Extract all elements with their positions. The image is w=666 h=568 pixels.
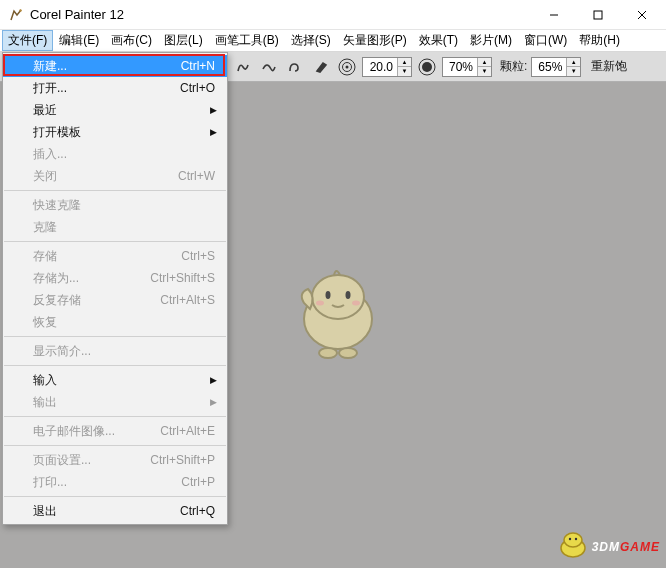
menu-separator	[4, 336, 226, 337]
file-menu-item: 电子邮件图像...Ctrl+Alt+E	[3, 420, 227, 442]
svg-point-16	[319, 348, 337, 358]
menu-5[interactable]: 选择(S)	[285, 30, 337, 51]
grain-input[interactable]: 65% ▲▼	[531, 57, 581, 77]
size-preview-icon[interactable]	[336, 56, 358, 78]
title-bar: Corel Painter 12	[0, 0, 666, 30]
watermark: 3DMGAME	[556, 528, 660, 562]
menu-0[interactable]: 文件(F)	[2, 30, 53, 51]
menu-3[interactable]: 图层(L)	[158, 30, 209, 51]
svg-point-19	[564, 533, 582, 547]
menu-separator	[4, 496, 226, 497]
menu-item-label: 打印...	[33, 474, 181, 491]
menu-1[interactable]: 编辑(E)	[53, 30, 105, 51]
menu-item-label: 插入...	[33, 146, 215, 163]
menu-item-label: 存储	[33, 248, 181, 265]
file-menu-item: 恢复	[3, 311, 227, 333]
menu-item-label: 打开...	[33, 80, 180, 97]
menu-item-label: 恢复	[33, 314, 215, 331]
watermark-mascot-icon	[556, 530, 590, 560]
resat-label[interactable]: 重新饱	[585, 56, 633, 77]
submenu-arrow-icon: ▶	[210, 105, 217, 115]
file-menu-item[interactable]: 最近▶	[3, 99, 227, 121]
menu-item-label: 反复存储	[33, 292, 160, 309]
app-logo-icon	[8, 7, 24, 23]
brush-paint-icon[interactable]	[310, 56, 332, 78]
file-menu-item: 存储Ctrl+S	[3, 245, 227, 267]
file-menu-item[interactable]: 新建...Ctrl+N	[3, 55, 227, 77]
menu-item-shortcut: Ctrl+N	[181, 59, 215, 73]
menu-item-shortcut: Ctrl+Shift+S	[150, 271, 215, 285]
menu-item-shortcut: Ctrl+W	[178, 169, 215, 183]
file-menu-item: 快速克隆	[3, 194, 227, 216]
svg-point-20	[568, 538, 570, 540]
menu-item-label: 新建...	[33, 58, 181, 75]
brush-size-input[interactable]: 20.0 ▲▼	[362, 57, 412, 77]
file-menu-item: 反复存储Ctrl+Alt+S	[3, 289, 227, 311]
menu-separator	[4, 416, 226, 417]
menu-separator	[4, 445, 226, 446]
file-menu-item: 显示简介...	[3, 340, 227, 362]
menu-9[interactable]: 窗口(W)	[518, 30, 573, 51]
menu-item-label: 输入	[33, 372, 215, 389]
maximize-button[interactable]	[576, 0, 620, 30]
menu-item-shortcut: Ctrl+O	[180, 81, 215, 95]
brush-stroke-icon[interactable]	[258, 56, 280, 78]
menu-item-label: 关闭	[33, 168, 178, 185]
menu-item-shortcut: Ctrl+Alt+S	[160, 293, 215, 307]
menu-item-label: 退出	[33, 503, 180, 520]
menu-4[interactable]: 画笔工具(B)	[209, 30, 285, 51]
grain-label: 颗粒:	[496, 58, 527, 75]
brush-dab-icon[interactable]	[232, 56, 254, 78]
opacity-preview-icon[interactable]	[416, 56, 438, 78]
file-menu-item: 存储为...Ctrl+Shift+S	[3, 267, 227, 289]
menu-item-label: 克隆	[33, 219, 215, 236]
menu-2[interactable]: 画布(C)	[105, 30, 158, 51]
file-menu-item[interactable]: 打开...Ctrl+O	[3, 77, 227, 99]
file-menu-dropdown: 新建...Ctrl+N打开...Ctrl+O最近▶打开模板▶插入...关闭Ctr…	[2, 52, 228, 525]
menu-item-shortcut: Ctrl+S	[181, 249, 215, 263]
svg-point-0	[19, 9, 21, 11]
file-menu-item: 克隆	[3, 216, 227, 238]
grain-value: 65%	[532, 60, 566, 74]
menu-item-label: 快速克隆	[33, 197, 215, 214]
menu-item-label: 输出	[33, 394, 215, 411]
spin-buttons[interactable]: ▲▼	[397, 58, 411, 76]
menu-item-label: 显示简介...	[33, 343, 215, 360]
opacity-value: 70%	[443, 60, 477, 74]
menu-item-label: 页面设置...	[33, 452, 150, 469]
svg-point-13	[346, 291, 351, 299]
menu-separator	[4, 190, 226, 191]
file-menu-item[interactable]: 退出Ctrl+Q	[3, 500, 227, 522]
svg-point-9	[422, 62, 432, 72]
svg-point-14	[316, 301, 324, 306]
submenu-arrow-icon: ▶	[210, 127, 217, 137]
menu-10[interactable]: 帮助(H)	[573, 30, 626, 51]
svg-point-17	[339, 348, 357, 358]
watermark-text: 3DMGAME	[592, 535, 660, 556]
spin-buttons[interactable]: ▲▼	[477, 58, 491, 76]
file-menu-item[interactable]: 输入▶	[3, 369, 227, 391]
brush-size-value: 20.0	[363, 60, 397, 74]
file-menu-item: 插入...	[3, 143, 227, 165]
menu-item-label: 存储为...	[33, 270, 150, 287]
file-menu-item: 打印...Ctrl+P	[3, 471, 227, 493]
file-menu-item: 输出▶	[3, 391, 227, 413]
file-menu-item[interactable]: 打开模板▶	[3, 121, 227, 143]
menu-item-label: 打开模板	[33, 124, 215, 141]
minimize-button[interactable]	[532, 0, 576, 30]
file-menu-item: 关闭Ctrl+W	[3, 165, 227, 187]
mascot-illustration	[290, 257, 390, 367]
window-title: Corel Painter 12	[30, 7, 532, 22]
brush-squiggle-icon[interactable]	[284, 56, 306, 78]
menu-6[interactable]: 矢量图形(P)	[337, 30, 413, 51]
menu-7[interactable]: 效果(T)	[413, 30, 464, 51]
menu-8[interactable]: 影片(M)	[464, 30, 518, 51]
opacity-input[interactable]: 70% ▲▼	[442, 57, 492, 77]
spin-buttons[interactable]: ▲▼	[566, 58, 580, 76]
close-button[interactable]	[620, 0, 664, 30]
menu-item-shortcut: Ctrl+P	[181, 475, 215, 489]
svg-rect-2	[594, 11, 602, 19]
file-menu-item: 页面设置...Ctrl+Shift+P	[3, 449, 227, 471]
svg-point-15	[352, 301, 360, 306]
menu-item-shortcut: Ctrl+Shift+P	[150, 453, 215, 467]
